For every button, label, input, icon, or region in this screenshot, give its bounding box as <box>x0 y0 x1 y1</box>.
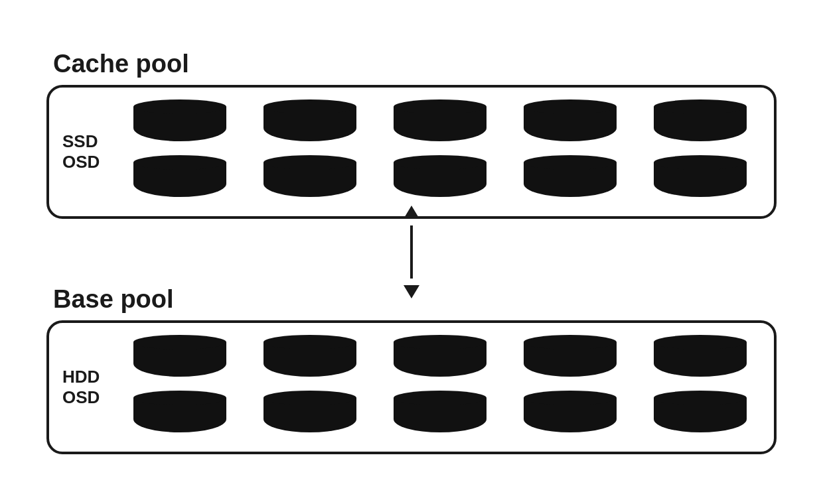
osd-column <box>133 335 226 440</box>
osd-column <box>524 335 617 440</box>
base-pool-title: Base pool <box>46 285 174 314</box>
cache-pool-osds <box>122 99 758 204</box>
osd-column <box>394 99 486 204</box>
base-pool-osds <box>122 335 758 440</box>
arrow-line <box>410 225 413 279</box>
base-pool-label-line2: OSD <box>62 387 100 407</box>
osd-column <box>263 99 356 204</box>
osd-disk <box>394 155 486 204</box>
base-pool-label: HDD OSD <box>62 367 115 408</box>
cache-pool-label-line1: SSD <box>62 131 98 151</box>
osd-column <box>654 335 747 440</box>
osd-disk <box>654 335 747 384</box>
osd-disk <box>524 155 617 204</box>
base-pool-label-line1: HDD <box>62 367 100 387</box>
osd-column <box>524 99 617 204</box>
osd-disk <box>133 391 226 440</box>
osd-disk <box>133 155 226 204</box>
osd-disk <box>394 335 486 384</box>
osd-disk <box>654 391 747 440</box>
osd-disk <box>133 335 226 384</box>
arrow-up-head <box>404 206 419 219</box>
osd-disk <box>524 99 617 149</box>
osd-disk <box>263 335 356 384</box>
osd-disk <box>524 391 617 440</box>
osd-disk <box>654 99 747 149</box>
osd-disk <box>394 99 486 149</box>
osd-disk <box>263 391 356 440</box>
arrow-down-head <box>404 285 419 298</box>
base-pool-box: HDD OSD <box>46 320 777 454</box>
osd-disk <box>524 335 617 384</box>
bidirectional-arrow <box>46 219 777 285</box>
osd-column <box>394 335 486 440</box>
base-pool-section: Base pool HDD OSD <box>46 285 777 454</box>
osd-disk <box>263 155 356 204</box>
osd-disk <box>654 155 747 204</box>
osd-disk <box>133 99 226 149</box>
osd-column <box>654 99 747 204</box>
cache-pool-box: SSD OSD <box>46 85 777 219</box>
main-diagram: Cache pool SSD OSD <box>46 50 777 454</box>
cache-pool-section: Cache pool SSD OSD <box>46 50 777 219</box>
cache-pool-label: SSD OSD <box>62 131 115 172</box>
osd-column <box>263 335 356 440</box>
cache-pool-label-line2: OSD <box>62 152 100 172</box>
osd-disk <box>263 99 356 149</box>
osd-disk <box>394 391 486 440</box>
osd-column <box>133 99 226 204</box>
cache-pool-title: Cache pool <box>46 50 189 78</box>
arrow-container <box>410 219 413 285</box>
